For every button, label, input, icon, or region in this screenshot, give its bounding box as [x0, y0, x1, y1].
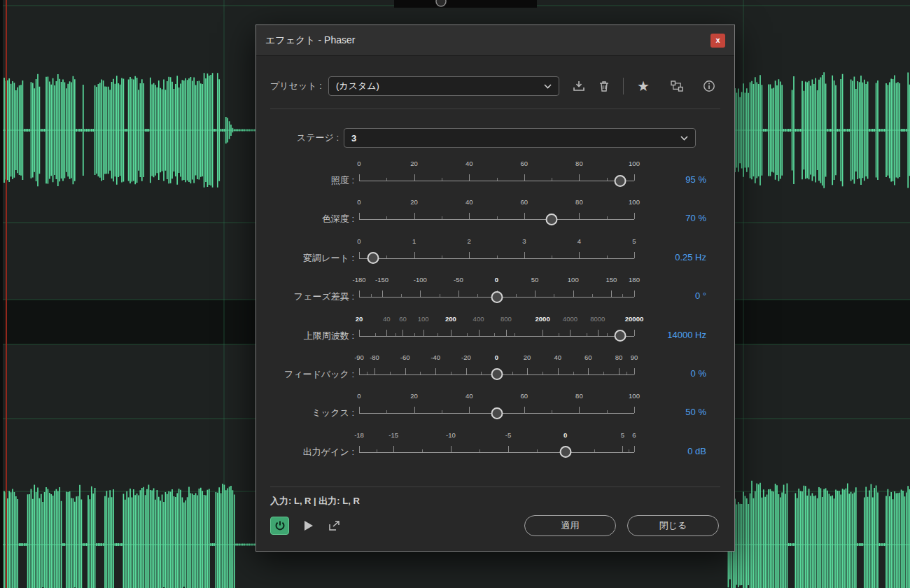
tick-label: 20: [524, 354, 531, 361]
dialog-titlebar[interactable]: エフェクト - Phaser x: [256, 25, 734, 56]
tick-label: 150: [606, 276, 617, 284]
star-icon: ★: [637, 79, 650, 93]
section-divider: [270, 486, 720, 487]
tick-label: -5: [505, 431, 511, 439]
tick-mark: [535, 290, 536, 297]
tick-mark: [359, 368, 360, 374]
tick-label: 60: [521, 198, 528, 206]
slider-row: 出力ゲイン :-18-15-10-50560 dB: [270, 428, 720, 467]
tick-mark: [414, 407, 415, 413]
tick-label: -60: [400, 354, 410, 361]
slider-track[interactable]: -90-80-60-40-2002040608090: [359, 354, 634, 382]
tick-mark: [359, 446, 360, 452]
tick-label: 0: [357, 392, 360, 400]
info-button[interactable]: [703, 78, 715, 94]
tick-mark: [469, 252, 470, 258]
preset-label: プリセット :: [270, 80, 328, 92]
tick-label: 0: [495, 276, 498, 284]
preset-dropdown[interactable]: (カスタム): [328, 76, 559, 96]
tick-label: 40: [383, 315, 391, 323]
slider-baseline: [359, 219, 634, 220]
section-divider: [270, 108, 720, 109]
apply-button[interactable]: 適用: [524, 515, 616, 536]
tick-mark: [386, 330, 387, 336]
slider-handle[interactable]: [491, 368, 503, 380]
slider-handle[interactable]: [491, 291, 503, 303]
tick-mark: [622, 446, 623, 452]
slider-value: 0.25 Hz: [629, 252, 706, 262]
slider-row: フィードバック :-90-80-60-40-20020406080900 %: [270, 351, 720, 389]
tick-label: 40: [465, 392, 473, 400]
slider-handle[interactable]: [491, 407, 503, 419]
dialog-title: エフェクト - Phaser: [265, 34, 355, 47]
tick-mark: [451, 446, 451, 452]
slider-label: フェーズ差異 :: [270, 290, 354, 303]
slider-handle[interactable]: [559, 446, 571, 458]
tick-label: 5: [632, 237, 636, 245]
slider-value: 0 %: [629, 368, 706, 379]
tick-mark: [359, 290, 360, 297]
tick-label: 1: [412, 237, 416, 245]
tick-mark: [414, 213, 415, 219]
preview-play-button[interactable]: [304, 517, 314, 534]
tick-label: -18: [354, 431, 364, 439]
slider-track[interactable]: 020406080100: [359, 392, 634, 420]
tick-label: 100: [568, 276, 579, 284]
favorite-button[interactable]: ★: [637, 78, 650, 94]
tick-mark: [393, 446, 394, 452]
tick-label: -20: [461, 354, 471, 361]
tick-mark: [359, 252, 360, 258]
tick-mark: [542, 330, 543, 336]
slider-handle[interactable]: [615, 175, 626, 187]
slider-label: 色深度 :: [270, 213, 354, 225]
tick-label: 3: [522, 237, 526, 245]
tick-mark: [524, 252, 525, 258]
tick-label: 0: [564, 431, 567, 439]
tick-label: -10: [446, 431, 456, 439]
tick-label: 2000: [536, 315, 550, 323]
slider-handle[interactable]: [546, 214, 558, 225]
slider-row: 上限周波数 :204060100200400800200040008000200…: [270, 312, 720, 351]
tick-mark: [435, 368, 436, 374]
tick-label: 50: [531, 276, 539, 284]
slider-track[interactable]: -180-150-100-50050100150180: [359, 276, 634, 304]
preset-value: (カスタム): [336, 80, 379, 92]
stage-value: 3: [351, 133, 356, 144]
power-toggle[interactable]: [270, 517, 289, 535]
slider-track[interactable]: 012345: [359, 237, 634, 265]
stage-label: ステージ :: [270, 132, 344, 144]
tick-label: 20: [410, 160, 418, 167]
slider-handle[interactable]: [614, 330, 626, 342]
tick-label: 60: [521, 160, 528, 167]
tick-label: -150: [375, 276, 388, 284]
tick-mark: [479, 330, 479, 336]
tick-label: 20: [410, 392, 418, 400]
tick-mark: [382, 290, 383, 297]
slider-track[interactable]: -18-15-10-5056: [359, 431, 634, 459]
slider-handle[interactable]: [367, 252, 379, 264]
tick-label: -15: [388, 431, 398, 439]
tick-label: -100: [414, 276, 427, 284]
tick-mark: [524, 174, 525, 181]
close-button[interactable]: x: [710, 34, 725, 48]
tick-mark: [420, 290, 421, 297]
tick-mark: [359, 407, 360, 413]
tick-mark: [466, 368, 467, 374]
info-icon: [703, 80, 715, 92]
close-dialog-button[interactable]: 閉じる: [627, 515, 719, 536]
channel-routing-button[interactable]: [671, 78, 683, 94]
slider-track[interactable]: 020406080100: [359, 198, 634, 226]
stage-dropdown[interactable]: 3: [344, 128, 696, 148]
tick-label: 400: [473, 315, 484, 323]
slider-track[interactable]: 20406010020040080020004000800020000: [359, 315, 634, 343]
save-preset-button[interactable]: [573, 78, 585, 94]
close-icon: x: [715, 36, 720, 44]
loop-playback-button[interactable]: [328, 517, 341, 534]
chevron-down-icon: [544, 84, 552, 89]
tick-mark: [579, 407, 580, 413]
tick-label: 0: [357, 237, 360, 245]
tick-mark: [619, 368, 620, 374]
delete-preset-button[interactable]: [598, 78, 610, 94]
tick-label: 2: [468, 237, 471, 245]
slider-track[interactable]: 020406080100: [359, 160, 634, 188]
